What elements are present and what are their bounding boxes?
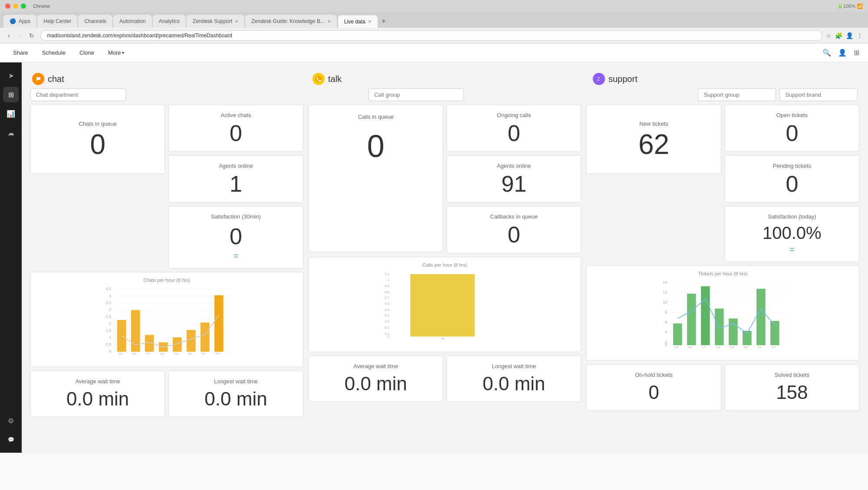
tab-zendesk-guide[interactable]: Zendesk Guide: Knowledge B... ✕ bbox=[245, 15, 337, 28]
svg-text:1: 1 bbox=[109, 335, 111, 340]
chat-row1: Chats in queue 0 Active chats 0 Agent bbox=[30, 105, 303, 268]
tab-automation[interactable]: Automation bbox=[113, 15, 152, 28]
tab-close-zendesk-support[interactable]: ✕ bbox=[235, 19, 238, 24]
support-right-col: Open tickets 0 Pending tickets 0 Satisfa… bbox=[725, 105, 859, 262]
svg-text:19: 19 bbox=[730, 346, 734, 348]
active-chats-card: Active chats 0 bbox=[168, 105, 303, 152]
more-button[interactable]: More ▾ bbox=[102, 47, 130, 59]
refresh-button[interactable]: ↻ bbox=[26, 31, 37, 40]
talk-section-icon bbox=[312, 73, 325, 85]
svg-text:12: 12 bbox=[663, 290, 667, 294]
tab-analytics-label: Analytics bbox=[159, 18, 180, 24]
content-area: chat talk Z support bbox=[22, 62, 868, 453]
browser-titlebar: Chrome 🔋100% 📶 bbox=[0, 0, 868, 12]
svg-text:21: 21 bbox=[201, 352, 206, 355]
support-chart-card: Tickets per hour (8 hrs) 14 12 10 8 6 4 … bbox=[586, 265, 859, 361]
support-group-filter[interactable] bbox=[698, 88, 776, 101]
tab-zendesk-support[interactable]: Zendesk Support ✕ bbox=[187, 15, 244, 28]
back-button[interactable]: ‹ bbox=[5, 31, 13, 40]
on-hold-tickets-card: On-hold tickets 0 bbox=[586, 364, 721, 411]
callbacks-in-queue-label: Callbacks in queue bbox=[490, 213, 538, 220]
svg-rect-24 bbox=[117, 320, 126, 352]
browser-chrome: Chrome 🔋100% 📶 🔵 Apps Help Center Channe… bbox=[0, 0, 868, 453]
close-button[interactable] bbox=[5, 3, 10, 9]
sidebar-item-support[interactable]: 💬 bbox=[3, 432, 19, 448]
pending-tickets-card: Pending tickets 0 bbox=[725, 155, 859, 203]
new-tab-button[interactable]: + bbox=[379, 17, 389, 26]
extensions-icon[interactable]: 🧩 bbox=[835, 32, 842, 39]
tab-automation-label: Automation bbox=[119, 18, 146, 24]
svg-rect-73 bbox=[729, 318, 738, 345]
talk-longest-wait-value: 0.0 min bbox=[483, 373, 545, 395]
minimize-button[interactable] bbox=[13, 3, 18, 9]
profile-icon[interactable]: 👤 bbox=[846, 32, 853, 39]
clone-button[interactable]: Clone bbox=[73, 47, 100, 59]
active-chats-value: 0 bbox=[230, 122, 242, 144]
maximize-button[interactable] bbox=[21, 3, 26, 9]
chat-department-filter[interactable] bbox=[30, 88, 126, 101]
support-satisfaction-value: 100.0% bbox=[763, 223, 822, 243]
svg-rect-52 bbox=[410, 274, 475, 336]
svg-text:0.9: 0.9 bbox=[385, 284, 390, 288]
apps-favicon: 🔵 bbox=[10, 18, 16, 24]
tab-helpcenter[interactable]: Help Center bbox=[37, 15, 77, 28]
tab-close-live-data[interactable]: ✕ bbox=[368, 19, 372, 24]
bookmark-icon[interactable]: ☆ bbox=[826, 32, 832, 39]
chat-section-icon bbox=[32, 73, 44, 85]
system-icons: 🔋100% 📶 bbox=[837, 3, 863, 9]
talk-longest-wait-label: Longest wait time bbox=[492, 363, 536, 369]
search-button[interactable]: 🔍 bbox=[821, 47, 833, 59]
svg-text:0.8: 0.8 bbox=[385, 290, 390, 294]
support-satisfaction-label: Satisfaction (today) bbox=[768, 213, 816, 220]
solved-tickets-label: Solved tickets bbox=[775, 372, 809, 378]
tab-close-zendesk-guide[interactable]: ✕ bbox=[327, 19, 331, 24]
svg-text:0.5: 0.5 bbox=[385, 308, 390, 312]
svg-text:4: 4 bbox=[665, 330, 667, 334]
open-tickets-value: 0 bbox=[786, 122, 798, 144]
talk-avg-wait-value: 0.0 min bbox=[345, 373, 407, 395]
tab-live-data[interactable]: Live data ✕ bbox=[338, 15, 378, 28]
sidebar-item-settings[interactable]: ⚙ bbox=[3, 413, 19, 428]
svg-text:14: 14 bbox=[663, 280, 667, 284]
talk-row1: Calls in queue 0 Ongoing calls 0 Agen bbox=[309, 105, 582, 253]
svg-text:Z: Z bbox=[597, 77, 600, 82]
talk-agents-online-card: Agents online 91 bbox=[447, 155, 581, 203]
tab-channels[interactable]: Channels bbox=[78, 15, 112, 28]
tab-zendesk-guide-label: Zendesk Guide: Knowledge B... bbox=[251, 18, 325, 24]
tab-apps[interactable]: 🔵 Apps bbox=[3, 15, 36, 28]
address-bar: ‹ › ↻ ☆ 🧩 👤 ⋮ bbox=[0, 28, 868, 43]
address-input[interactable] bbox=[40, 30, 822, 41]
schedule-button[interactable]: Schedule bbox=[36, 47, 72, 59]
talk-filter-cell bbox=[360, 88, 521, 101]
share-button[interactable]: Share bbox=[7, 47, 34, 59]
sidebar-item-chart[interactable]: 📊 bbox=[3, 106, 19, 121]
sidebar-item-grid[interactable]: ⊞ bbox=[3, 87, 19, 102]
sidebar-item-cursor[interactable]: ➤ bbox=[3, 68, 19, 83]
support-brand-filter[interactable] bbox=[779, 88, 858, 101]
tab-analytics[interactable]: Analytics bbox=[153, 15, 186, 28]
chat-filter-cell bbox=[30, 88, 192, 101]
calls-in-queue-col: Calls in queue 0 bbox=[309, 105, 443, 253]
chat-agents-online-value: 1 bbox=[230, 173, 242, 195]
chevron-down-icon: ▾ bbox=[122, 50, 124, 55]
profile-button[interactable]: 👤 bbox=[836, 47, 848, 59]
svg-text:2.5: 2.5 bbox=[106, 314, 112, 319]
svg-text:1: 1 bbox=[388, 278, 390, 282]
svg-text:15: 15 bbox=[674, 346, 678, 348]
svg-text:1.5: 1.5 bbox=[106, 328, 112, 333]
grid-view-button[interactable]: ⊞ bbox=[852, 47, 861, 59]
svg-text:20: 20 bbox=[187, 352, 192, 355]
forward-button[interactable]: › bbox=[16, 31, 23, 40]
chat-section: Chats in queue 0 Active chats 0 Agent bbox=[30, 105, 303, 417]
sidebar-item-cloud[interactable]: ☁ bbox=[3, 125, 19, 140]
support-chart-svg: 14 12 10 8 6 4 2 0 bbox=[592, 279, 854, 348]
talk-title: talk bbox=[328, 74, 342, 84]
chat-filter-spacer bbox=[195, 88, 357, 101]
traffic-lights bbox=[5, 3, 26, 9]
call-group-filter[interactable] bbox=[368, 88, 464, 101]
svg-text:1.1: 1.1 bbox=[385, 272, 390, 276]
svg-text:15: 15 bbox=[118, 352, 122, 355]
chats-in-queue-col: Chats in queue 0 bbox=[30, 105, 165, 268]
support-row1: New tickets 62 Open tickets 0 Pending bbox=[586, 105, 859, 262]
menu-icon[interactable]: ⋮ bbox=[857, 32, 863, 39]
